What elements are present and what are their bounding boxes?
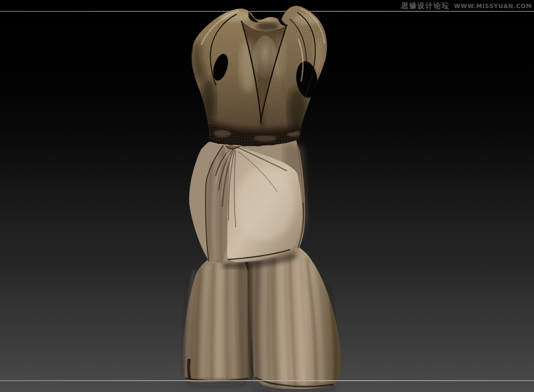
- sculpt-canvas[interactable]: [170, 0, 360, 392]
- grid-front-edge-line: [0, 380, 534, 381]
- skirt: [189, 138, 307, 268]
- sculpt-app-window: 思缘设计论坛 WWW.MISSYUAN.COM: [0, 0, 534, 392]
- pants: [183, 247, 341, 389]
- vest-shading: [180, 0, 348, 155]
- watermark-site-name: 思缘设计论坛: [401, 1, 450, 10]
- watermark-site-url: WWW.MISSYUAN.COM: [454, 3, 532, 9]
- watermark: 思缘设计论坛 WWW.MISSYUAN.COM: [401, 1, 532, 10]
- vest: [180, 0, 348, 155]
- skirt-apron-highlight: [236, 167, 294, 241]
